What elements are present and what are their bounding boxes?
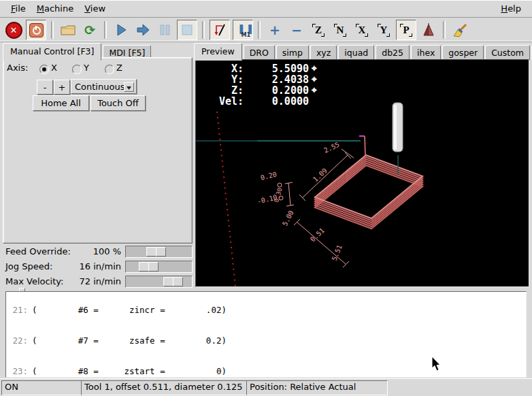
dim-x-start: 0.51 [309,227,326,243]
view-z-rotated-icon: N [335,24,346,37]
right-tab-bar: Preview DRO simp xyz iquad db25 ihex gos… [194,43,532,61]
gcode-line: 23:( #8 = zstart = 0) [7,366,318,376]
menu-view[interactable]: View [79,1,111,16]
zoom-out-icon: − [291,24,302,37]
view-y-icon: Y [378,24,390,37]
dim-x-extent: 5.00 [281,209,295,227]
max-velocity-slider[interactable] [125,276,193,288]
slider-thumb[interactable] [148,262,159,271]
m1-icon: ❚❚ M1 [235,22,250,37]
tab-preview[interactable]: Preview [194,43,242,61]
toolbar-separator [443,21,446,39]
view-perspective-button[interactable]: P [396,20,416,40]
tab-manual-control[interactable]: Manual Control [F3] [3,43,101,61]
axis-z-radio[interactable] [105,65,114,76]
run-button[interactable] [112,20,131,39]
gcode-lines: 21:( #6 = zincr = .02) 22:( #7 = zsafe =… [7,291,318,378]
tool-info-cell: Tool 1, offset 0.511, diameter 0.125 [81,380,248,395]
jog-speed-slider[interactable] [125,261,193,273]
optional-pause-m1-button[interactable]: ❚❚ M1 [233,20,253,40]
stop-button[interactable] [177,20,197,40]
machine-state-cell: ON [1,380,83,395]
machine-power-button[interactable] [26,20,46,40]
jog-minus-button[interactable]: - [37,80,53,95]
zoom-in-button[interactable]: + [265,20,284,39]
open-file-button[interactable] [59,20,78,39]
toolbar-separator [104,21,107,39]
status-bar: ON Tool 1, offset 0.511, diameter 0.125 … [0,378,532,396]
toolbar-separator [258,21,261,39]
axis-label: Axis: [7,63,28,73]
tab-gosper[interactable]: gosper [442,45,484,61]
dim-top-edge: 2.55 [322,141,340,154]
view-z-icon: Z [313,24,324,37]
gcode-line: 22:( #7 = zsafe = 0.2) [7,335,318,346]
zoom-out-button[interactable]: − [287,20,306,39]
jog-plus-button[interactable]: + [54,80,70,95]
slider-thumb[interactable] [139,262,149,271]
step-arrow-icon [135,23,150,37]
rotate-view-button[interactable] [419,20,438,39]
chevron-down-icon [124,82,134,92]
jog-speed-row: Jog Speed: 16 in/min [0,261,193,273]
menu-machine[interactable]: Machine [31,1,79,16]
slider-thumb[interactable] [163,277,173,286]
mouse-cursor [431,357,442,373]
toolbar-separator [51,21,54,39]
slider-thumb[interactable] [156,247,166,257]
jog-speed-value: 16 in/min [80,261,121,271]
gcode-line: 21:( #6 = zincr = .02) [7,305,318,315]
dro-row-x: X: 5.5090 ⌖ [200,63,317,74]
menu-help[interactable]: Help [495,1,527,16]
view-x-button[interactable]: X [352,20,371,39]
axis-x-radio[interactable] [39,65,49,76]
dro-readout: X: 5.5090 ⌖ Y: 2.4038 ⌖ Z: 0.2000 ⌖ Vel:… [200,63,317,107]
view-z-button[interactable]: Z [309,20,328,39]
feed-override-row: Feed Override: 100 % [0,246,193,258]
view-z-rotated-button[interactable]: N [331,20,350,39]
menu-file[interactable]: File [5,1,31,16]
toolbar: ✕ ⟳ [0,18,532,42]
axis-z-label[interactable]: Z [116,63,122,73]
homed-icon: ⌖ [312,85,317,96]
tab-simp[interactable]: simp [276,45,309,61]
jog-mode-dropdown[interactable]: Continuous [71,79,137,94]
max-velocity-label: Max Velocity: [5,276,63,286]
home-all-button[interactable]: Home All [33,95,89,111]
jog-speed-label: Jog Speed: [5,261,52,271]
dro-row-z: Z: 0.2000 ⌖ [200,85,317,96]
zoom-in-icon: + [269,24,280,37]
touch-off-button[interactable]: Touch Off [90,95,146,111]
dim-z-top: 0.20 [260,170,278,182]
feed-override-slider[interactable] [125,246,193,258]
rotate-cone-icon [421,22,436,37]
axis-y-radio[interactable] [72,65,82,76]
feed-override-value: 100 % [93,246,121,257]
run-icon [114,23,128,37]
estop-button[interactable]: ✕ [4,20,23,39]
slider-thumb[interactable] [146,247,156,257]
tab-iquad[interactable]: iquad [338,45,374,61]
step-button[interactable] [133,20,152,39]
homed-icon: ⌖ [312,63,317,74]
slider-thumb[interactable] [173,277,183,286]
broom-icon [452,22,468,37]
gcode-text-area[interactable]: 21:( #6 = zincr = .02) 22:( #7 = zsafe =… [5,291,527,378]
tab-xyz[interactable]: xyz [310,45,337,61]
jog-mode-value: Continuous [75,82,124,92]
menu-bar: File Machine View Help [0,0,532,18]
tab-custom[interactable]: Custom [485,45,530,61]
axis-x-label[interactable]: X [51,63,57,73]
pause-button[interactable] [155,20,174,39]
tab-db25[interactable]: db25 [376,45,410,61]
clear-plot-button[interactable] [450,20,469,39]
tab-dro[interactable]: DRO [244,45,275,61]
axis-y-label[interactable]: Y [84,63,89,73]
reload-button[interactable]: ⟳ [80,20,99,39]
tab-ihex[interactable]: ihex [411,45,441,61]
view-y-button[interactable]: Y [374,20,393,39]
stop-icon [181,24,193,36]
preview-canvas[interactable]: 2.55 1.09 0.20 0.30 -0.10 5.00 0.51 5.51… [195,59,529,287]
view-perspective-icon: P [401,24,411,37]
skip-lines-button[interactable] [210,20,230,40]
